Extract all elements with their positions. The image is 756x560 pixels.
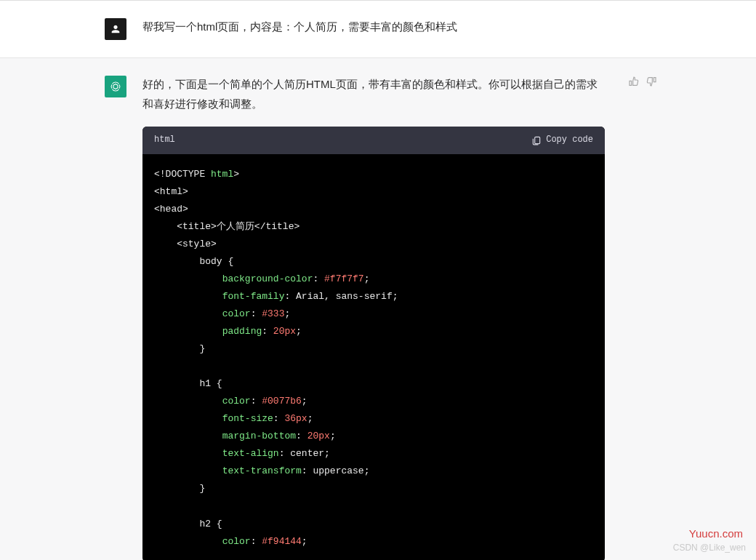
thumbs-down-icon xyxy=(646,76,657,87)
code-body[interactable]: <!DOCTYPE html> <html> <head> <title>个人简… xyxy=(142,154,605,560)
code-lang-label: html xyxy=(154,132,175,148)
copy-code-button[interactable]: Copy code xyxy=(531,132,593,148)
site-watermark: Yuucn.com xyxy=(689,527,743,540)
openai-icon xyxy=(108,79,123,94)
svg-rect-1 xyxy=(535,137,540,143)
user-message-row: 帮我写一个html页面，内容是：个人简历，需要丰富的颜色和样式 xyxy=(0,1,756,58)
thumbs-down-button[interactable] xyxy=(646,76,657,90)
user-avatar xyxy=(105,18,126,40)
code-block: html Copy code <!DOCTYPE html> <html> <h… xyxy=(142,127,605,560)
code-header: html Copy code xyxy=(142,127,605,154)
thumbs-up-icon xyxy=(628,76,640,87)
thumbs-up-button[interactable] xyxy=(628,76,640,90)
assistant-avatar xyxy=(105,76,126,97)
clipboard-icon xyxy=(531,135,542,145)
person-icon xyxy=(110,23,121,35)
assistant-message-row: 好的，下面是一个简单的个人简历HTML页面，带有丰富的颜色和样式。你可以根据自己… xyxy=(0,58,756,560)
copy-code-label: Copy code xyxy=(546,132,593,148)
svg-marker-0 xyxy=(113,84,118,89)
assistant-intro-text: 好的，下面是一个简单的个人简历HTML页面，带有丰富的颜色和样式。你可以根据自己… xyxy=(142,74,605,113)
csdn-watermark: CSDN @Like_wen xyxy=(673,543,746,553)
feedback-buttons xyxy=(628,76,657,90)
user-message-text: 帮我写一个html页面，内容是：个人简历，需要丰富的颜色和样式 xyxy=(142,17,657,40)
